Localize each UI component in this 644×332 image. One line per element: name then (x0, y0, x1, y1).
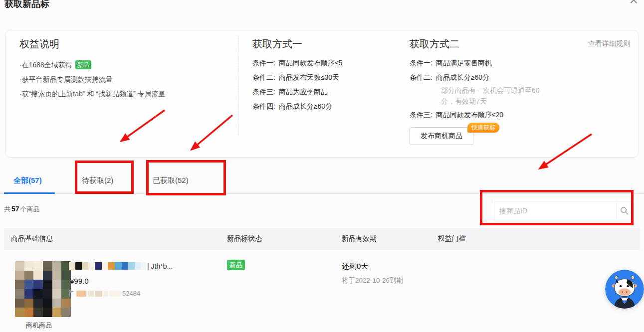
benefits-panel: 权益说明 ·在1688全域获得新品 ·获平台新品专属测款扶持流量 ·获“搜索页的… (5, 30, 639, 158)
quick-label-badge: 快速获标 (467, 123, 499, 133)
benefits-title: 权益说明 (19, 37, 165, 51)
pixelated-photo (15, 261, 71, 317)
opportunity-product-label: 商机商品 (26, 321, 52, 330)
product-title-visible-text: | Jth*b... (147, 262, 173, 270)
product-price: ¥99.0 (70, 277, 89, 285)
col-header-label-status: 新品标状态 (227, 234, 342, 243)
new-product-badge: 新品 (75, 60, 91, 69)
tab-pending[interactable]: 待获取(2) (82, 176, 113, 185)
col-header-threshold: 权益门槛 (438, 234, 640, 243)
search-box (494, 201, 633, 220)
product-title[interactable]: | Jth*b... (69, 262, 173, 270)
product-count-summary: 共57个商品 (4, 205, 40, 214)
condition: 条件二:商品成长分≥60分 (410, 70, 579, 85)
method-two-column: 获取方式二 条件一:商品满足零售商机 条件二:商品成长分≥60分 部分商品有一次… (410, 37, 579, 145)
customer-service-mascot-button[interactable] (605, 270, 644, 309)
benefit-item: ·获“搜索页的上新tab” 和 “找新品频道” 专属流量 (19, 87, 165, 101)
condition: 条件三:商品同款发布顺序≤20 (410, 108, 579, 122)
product-id-line: 52484 (69, 290, 140, 297)
col-header-product-info: 商品基础信息 (11, 234, 227, 243)
page-title: 获取新品标 (4, 0, 49, 10)
benefits-column: 权益说明 ·在1688全域获得新品 ·获平台新品专属测款扶持流量 ·获“搜索页的… (19, 37, 165, 101)
condition: 条件四:商品成长分≥60分 (252, 99, 342, 114)
censored-title-blocks (69, 262, 146, 270)
product-thumbnail[interactable] (15, 261, 71, 317)
condition: 条件二:商品发布天数≤30天 (252, 70, 342, 85)
cow-mascot-icon (605, 270, 644, 309)
col-header-validity: 新品有效期 (342, 234, 438, 243)
table-header: 商品基础信息 新品标状态 新品有效期 权益门槛 (4, 228, 640, 250)
condition: 条件一:商品同款发布顺序≤5 (252, 56, 342, 70)
condition: 条件一:商品满足零售商机 (410, 56, 579, 70)
validity-expire-date: 将于2022-10-26到期 (342, 276, 403, 285)
condition-note: 分，有效期7天 (441, 96, 579, 107)
new-product-status-badge: 新品 (227, 260, 245, 270)
column-divider (238, 35, 238, 135)
method-two-title: 获取方式二 (410, 37, 579, 51)
benefit-item: ·获平台新品专属测款扶持流量 (19, 72, 165, 87)
active-tab-underline (4, 192, 55, 194)
status-badge-wrap: 新品 (227, 260, 245, 270)
method-one-title: 获取方式一 (252, 37, 342, 51)
tab-all[interactable]: 全部(57) (13, 176, 42, 185)
censored-id-blocks (76, 291, 120, 297)
publish-button-wrap: 发布商机商品 快速获标 (410, 127, 479, 145)
view-detailed-rules-link[interactable]: 查看详细规则 (588, 39, 630, 48)
validity-remaining: 还剩0天 (342, 262, 368, 271)
method-one-column: 获取方式一 条件一:商品同款发布顺序≤5 条件二:商品发布天数≤30天 条件三:… (252, 37, 342, 114)
publish-opportunity-button[interactable]: 发布商机商品 (410, 127, 473, 145)
table-row: 商机商品 | Jth*b... ¥99.0 52484 新品 还剩0天 将于20… (4, 252, 640, 332)
condition-note: 部分商品有一次机会可绿通至60 (441, 85, 579, 96)
benefit-item: ·在1688全域获得新品 (19, 58, 165, 72)
tab-bar-divider (0, 193, 644, 194)
search-input[interactable] (494, 201, 616, 220)
flag-icon (69, 290, 74, 297)
get-new-product-label-dialog: 获取新品标 × 权益说明 ·在1688全域获得新品 ·获平台新品专属测款扶持流量… (0, 0, 644, 332)
benefit-item-text: ·在1688全域获得 (19, 61, 72, 69)
condition: 条件三:商品为应季商品 (252, 85, 342, 99)
tab-acquired[interactable]: 已获取(52) (153, 176, 189, 185)
search-button[interactable] (616, 201, 632, 220)
search-icon (620, 206, 629, 215)
close-icon[interactable]: × (629, 0, 638, 7)
product-count: 57 (11, 205, 19, 213)
product-id-visible-text: 52484 (122, 290, 140, 297)
